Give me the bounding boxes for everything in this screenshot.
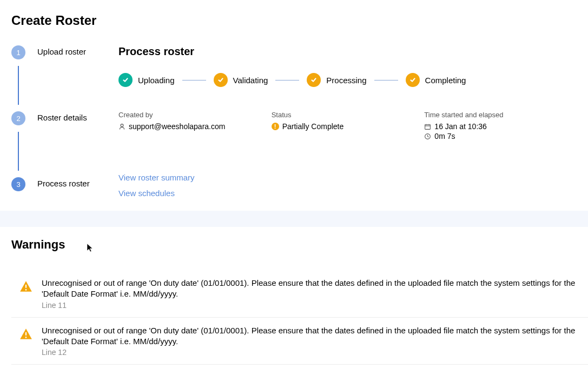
warning-triangle-icon bbox=[19, 280, 33, 294]
time-section: Time started and elapsed 16 Jan at 10:36… bbox=[424, 111, 577, 140]
user-icon bbox=[118, 123, 125, 130]
time-started-value: 16 Jan at 10:36 bbox=[434, 122, 487, 131]
step-roster-details[interactable]: 2 Roster details bbox=[11, 111, 118, 125]
warning-line-ref: Line 12 bbox=[42, 348, 578, 357]
status-label: Status bbox=[272, 111, 425, 119]
stage-connector bbox=[182, 80, 206, 81]
status-warning-icon: ! bbox=[272, 123, 279, 130]
check-circle-icon bbox=[214, 73, 228, 87]
svg-point-0 bbox=[121, 124, 123, 126]
svg-point-4 bbox=[25, 289, 27, 291]
progress-steps: Uploading Validating Processing bbox=[118, 73, 577, 87]
page-title: Create Roster bbox=[0, 0, 588, 28]
svg-rect-5 bbox=[25, 332, 27, 336]
check-circle-icon bbox=[406, 73, 420, 87]
step-label: Roster details bbox=[37, 113, 87, 122]
warning-message: Unrecognised or out of range 'On duty da… bbox=[42, 325, 578, 347]
warning-message: Unrecognised or out of range 'On duty da… bbox=[42, 278, 578, 300]
clock-icon bbox=[424, 133, 431, 140]
svg-point-6 bbox=[25, 337, 27, 338]
svg-rect-1 bbox=[425, 124, 431, 129]
step-upload-roster[interactable]: 1 Upload roster bbox=[11, 45, 118, 59]
section-title: Process roster bbox=[118, 45, 577, 58]
stage-label: Uploading bbox=[138, 76, 175, 85]
warning-item: Unrecognised or out of range 'On duty da… bbox=[11, 270, 588, 318]
check-circle-icon bbox=[118, 73, 133, 87]
warning-triangle-icon bbox=[19, 327, 33, 341]
step-label: Process roster bbox=[37, 179, 90, 188]
status-value: Partially Complete bbox=[282, 122, 344, 131]
warning-line-ref: Line 11 bbox=[42, 301, 578, 310]
created-by-label: Created by bbox=[118, 111, 272, 119]
view-roster-summary-link[interactable]: View roster summary bbox=[118, 173, 577, 182]
stage-processing: Processing bbox=[307, 73, 366, 87]
step-number: 2 bbox=[11, 111, 25, 125]
view-schedules-link[interactable]: View schedules bbox=[118, 189, 577, 198]
step-connector bbox=[18, 66, 19, 105]
status-section: Status ! Partially Complete bbox=[272, 111, 425, 140]
stage-connector bbox=[374, 80, 398, 81]
stage-label: Validating bbox=[233, 76, 268, 85]
time-label: Time started and elapsed bbox=[424, 111, 577, 119]
step-number: 3 bbox=[11, 177, 25, 191]
wizard-stepper: 1 Upload roster 2 Roster details 3 Proce… bbox=[11, 45, 118, 198]
created-by-value: support@weesholapara.com bbox=[129, 122, 225, 131]
created-by-section: Created by support@weesholapara.com bbox=[118, 111, 272, 140]
stage-validating: Validating bbox=[214, 73, 268, 87]
step-number: 1 bbox=[11, 45, 25, 59]
stage-connector bbox=[275, 80, 299, 81]
section-separator bbox=[0, 211, 588, 227]
warning-item: Unrecognised or out of range 'On duty da… bbox=[11, 318, 588, 365]
time-elapsed-value: 0m 7s bbox=[434, 132, 455, 140]
svg-rect-3 bbox=[25, 285, 27, 289]
step-process-roster[interactable]: 3 Process roster bbox=[11, 177, 118, 191]
step-connector bbox=[18, 132, 19, 171]
step-label: Upload roster bbox=[37, 47, 86, 56]
stage-label: Processing bbox=[326, 76, 366, 85]
stage-label: Completing bbox=[425, 76, 466, 85]
check-circle-icon bbox=[307, 73, 321, 87]
calendar-icon bbox=[424, 123, 431, 130]
stage-uploading: Uploading bbox=[118, 73, 175, 87]
warnings-title: Warnings bbox=[11, 238, 588, 252]
stage-completing: Completing bbox=[406, 73, 466, 87]
